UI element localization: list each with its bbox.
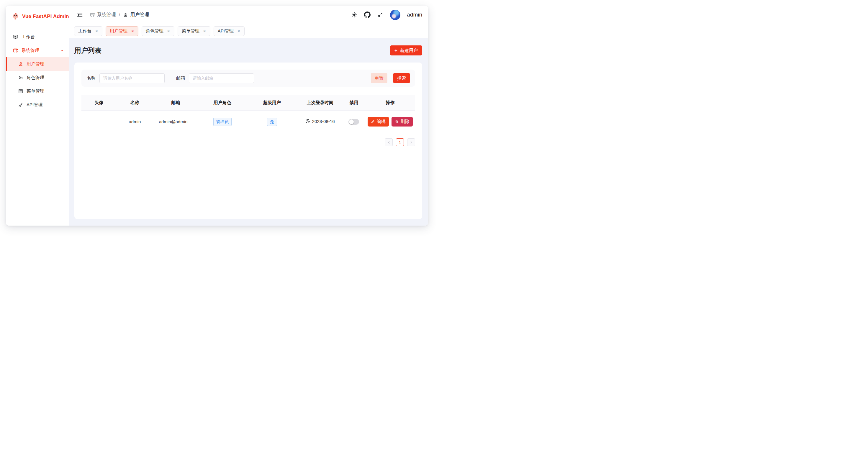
tab-close-icon[interactable]: ✕ — [95, 29, 98, 33]
breadcrumb-item-users[interactable]: 用户管理 — [123, 12, 149, 18]
clock-icon — [305, 119, 310, 124]
table-row: admin admin@admin.... 管理员 是 — [82, 110, 415, 133]
cell-avatar — [82, 110, 117, 133]
superuser-tag: 是 — [267, 118, 277, 126]
pagination-next-button[interactable] — [407, 138, 415, 146]
col-avatar: 头像 — [82, 95, 117, 110]
tab-label: 角色管理 — [146, 28, 163, 34]
cell-role: 管理员 — [198, 110, 247, 133]
tab-users[interactable]: 用户管理 ✕ — [105, 26, 138, 36]
users-card: 名称 邮箱 重置 搜索 头像 — [74, 63, 422, 219]
tab-label: 菜单管理 — [182, 28, 199, 34]
sidebar-item-label: 系统管理 — [22, 48, 39, 54]
pagination-prev-button[interactable] — [385, 138, 393, 146]
col-email: 邮箱 — [153, 95, 198, 110]
cell-actions: 编辑 删除 — [365, 110, 415, 133]
page-content: 用户列表 + 新建用户 名称 邮箱 重置 搜索 — [69, 38, 428, 226]
tab-label: 工作台 — [78, 28, 91, 34]
sidebar-item-label: 用户管理 — [27, 61, 44, 67]
header-actions: admin — [351, 10, 422, 20]
sidebar-item-api[interactable]: API管理 — [6, 98, 69, 111]
email-filter-label: 邮箱 — [176, 75, 185, 81]
main-area: 系统管理 / 用户管理 — [69, 6, 428, 226]
plug-icon — [18, 102, 23, 107]
col-name: 名称 — [117, 95, 153, 110]
chevron-left-icon — [387, 141, 391, 144]
reset-button[interactable]: 重置 — [371, 73, 388, 83]
breadcrumb: 系统管理 / 用户管理 — [90, 12, 149, 18]
role-tag: 管理员 — [213, 118, 231, 126]
cell-name: admin — [117, 110, 153, 133]
theme-toggle-icon[interactable] — [351, 11, 358, 18]
page-title: 用户列表 — [74, 46, 101, 55]
name-filter-label: 名称 — [87, 75, 96, 81]
sidebar: Vue FastAPI Admin 工作台 系统管理 — [6, 6, 69, 226]
tab-roles[interactable]: 角色管理 ✕ — [142, 26, 174, 36]
pagination-page-1[interactable]: 1 — [396, 138, 404, 146]
pagination: 1 — [82, 138, 415, 146]
disabled-toggle[interactable] — [348, 119, 359, 125]
tab-close-icon[interactable]: ✕ — [203, 29, 206, 33]
breadcrumb-label: 系统管理 — [97, 12, 116, 18]
cell-email: admin@admin.... — [153, 110, 198, 133]
chevron-right-icon — [409, 141, 413, 144]
menu-list-icon — [18, 89, 23, 94]
filter-bar: 名称 邮箱 重置 搜索 — [82, 70, 415, 87]
tab-bar: 工作台 ✕ 用户管理 ✕ 角色管理 ✕ 菜单管理 ✕ API管理 ✕ — [69, 24, 428, 38]
new-user-button[interactable]: + 新建用户 — [390, 45, 422, 56]
breadcrumb-label: 用户管理 — [130, 12, 149, 18]
header-username[interactable]: admin — [407, 11, 422, 18]
user-icon — [123, 12, 128, 18]
sidebar-item-label: 工作台 — [22, 34, 35, 40]
sidebar-menu: 工作台 系统管理 — [6, 30, 69, 111]
sidebar-item-label: 角色管理 — [27, 75, 44, 80]
cell-last-login: 2023-08-16 — [298, 110, 343, 133]
user-role-icon — [18, 75, 23, 80]
tab-label: API管理 — [218, 28, 234, 34]
tab-workbench[interactable]: 工作台 ✕ — [74, 26, 102, 36]
fullscreen-icon[interactable] — [377, 11, 383, 18]
sidebar-item-system[interactable]: 系统管理 — [6, 44, 69, 57]
search-button[interactable]: 搜索 — [393, 73, 410, 83]
users-table: 头像 名称 邮箱 用户角色 超级用户 上次登录时间 禁用 操作 — [82, 95, 415, 133]
top-header: 系统管理 / 用户管理 — [69, 6, 428, 24]
chick-logo-icon — [12, 12, 20, 21]
name-filter-input[interactable] — [99, 73, 165, 83]
edit-button[interactable]: 编辑 — [368, 117, 389, 127]
tab-close-icon[interactable]: ✕ — [131, 29, 134, 33]
tab-close-icon[interactable]: ✕ — [167, 29, 170, 33]
last-login-value: 2023-08-16 — [312, 119, 335, 124]
col-last-login: 上次登录时间 — [298, 95, 343, 110]
sidebar-item-roles[interactable]: 角色管理 — [6, 71, 69, 84]
user-avatar[interactable] — [390, 10, 400, 20]
tab-menus[interactable]: 菜单管理 ✕ — [178, 26, 210, 36]
window-gear-icon — [90, 12, 95, 18]
sidebar-item-users[interactable]: 用户管理 — [6, 57, 69, 71]
app-logo[interactable]: Vue FastAPI Admin — [6, 6, 69, 23]
user-icon — [18, 61, 23, 67]
col-superuser: 超级用户 — [247, 95, 298, 110]
delete-button[interactable]: 删除 — [392, 117, 413, 127]
email-filter-input[interactable] — [189, 73, 254, 83]
plus-icon: + — [395, 48, 397, 53]
tab-close-icon[interactable]: ✕ — [237, 29, 241, 33]
sidebar-collapse-icon[interactable] — [76, 11, 83, 18]
sidebar-item-menus[interactable]: 菜单管理 — [6, 84, 69, 98]
cell-superuser: 是 — [247, 110, 298, 133]
tab-label: 用户管理 — [110, 28, 127, 34]
col-disabled: 禁用 — [343, 95, 365, 110]
cell-disabled — [343, 110, 365, 133]
breadcrumb-item-system[interactable]: 系统管理 — [90, 12, 116, 18]
pencil-icon — [371, 120, 375, 124]
monitor-icon — [13, 34, 18, 40]
github-icon[interactable] — [364, 11, 371, 18]
app-window: Vue FastAPI Admin 工作台 系统管理 — [6, 6, 428, 226]
window-gear-icon — [13, 48, 18, 54]
tab-api[interactable]: API管理 ✕ — [214, 26, 245, 36]
sidebar-item-workbench[interactable]: 工作台 — [6, 30, 69, 44]
page-head: 用户列表 + 新建用户 — [74, 38, 422, 63]
col-role: 用户角色 — [198, 95, 247, 110]
table-header-row: 头像 名称 邮箱 用户角色 超级用户 上次登录时间 禁用 操作 — [82, 95, 415, 110]
sidebar-item-label: 菜单管理 — [27, 89, 44, 94]
trash-icon — [395, 120, 399, 124]
